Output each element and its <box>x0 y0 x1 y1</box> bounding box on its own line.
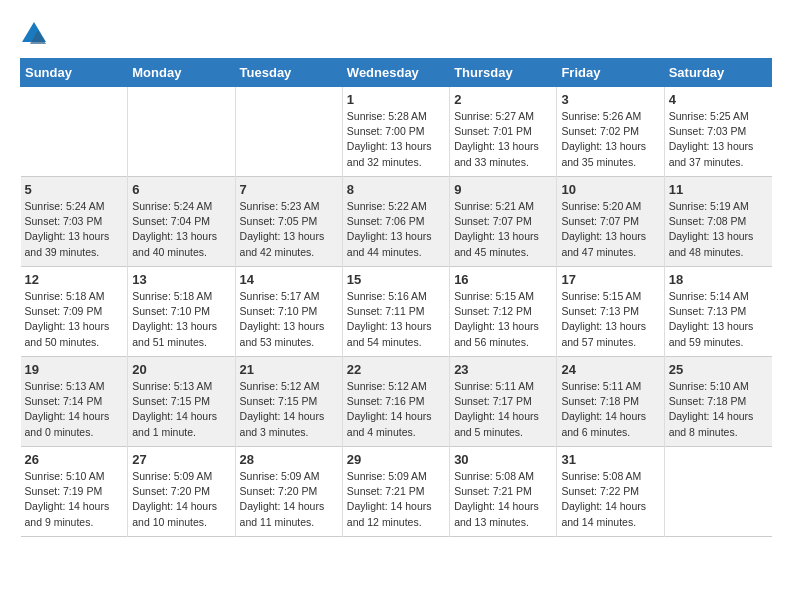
day-number: 17 <box>561 272 659 287</box>
day-info: Sunrise: 5:28 AM Sunset: 7:00 PM Dayligh… <box>347 109 445 170</box>
calendar-cell: 11Sunrise: 5:19 AM Sunset: 7:08 PM Dayli… <box>664 177 771 267</box>
day-number: 21 <box>240 362 338 377</box>
day-number: 16 <box>454 272 552 287</box>
day-info: Sunrise: 5:13 AM Sunset: 7:14 PM Dayligh… <box>25 379 124 440</box>
day-number: 7 <box>240 182 338 197</box>
day-info: Sunrise: 5:15 AM Sunset: 7:12 PM Dayligh… <box>454 289 552 350</box>
calendar-table: SundayMondayTuesdayWednesdayThursdayFrid… <box>20 58 772 537</box>
calendar-cell: 15Sunrise: 5:16 AM Sunset: 7:11 PM Dayli… <box>342 267 449 357</box>
calendar-cell: 21Sunrise: 5:12 AM Sunset: 7:15 PM Dayli… <box>235 357 342 447</box>
calendar-cell: 13Sunrise: 5:18 AM Sunset: 7:10 PM Dayli… <box>128 267 235 357</box>
day-number: 4 <box>669 92 768 107</box>
calendar-cell: 23Sunrise: 5:11 AM Sunset: 7:17 PM Dayli… <box>450 357 557 447</box>
day-number: 13 <box>132 272 230 287</box>
calendar-cell <box>664 447 771 537</box>
day-info: Sunrise: 5:11 AM Sunset: 7:18 PM Dayligh… <box>561 379 659 440</box>
day-number: 11 <box>669 182 768 197</box>
calendar-cell: 31Sunrise: 5:08 AM Sunset: 7:22 PM Dayli… <box>557 447 664 537</box>
day-info: Sunrise: 5:24 AM Sunset: 7:03 PM Dayligh… <box>25 199 124 260</box>
day-info: Sunrise: 5:08 AM Sunset: 7:22 PM Dayligh… <box>561 469 659 530</box>
day-number: 22 <box>347 362 445 377</box>
weekday-header: Sunday <box>21 59 128 87</box>
calendar-cell: 27Sunrise: 5:09 AM Sunset: 7:20 PM Dayli… <box>128 447 235 537</box>
day-info: Sunrise: 5:24 AM Sunset: 7:04 PM Dayligh… <box>132 199 230 260</box>
day-number: 14 <box>240 272 338 287</box>
calendar-cell: 29Sunrise: 5:09 AM Sunset: 7:21 PM Dayli… <box>342 447 449 537</box>
day-number: 2 <box>454 92 552 107</box>
weekday-header: Saturday <box>664 59 771 87</box>
calendar-cell: 24Sunrise: 5:11 AM Sunset: 7:18 PM Dayli… <box>557 357 664 447</box>
day-info: Sunrise: 5:19 AM Sunset: 7:08 PM Dayligh… <box>669 199 768 260</box>
day-number: 27 <box>132 452 230 467</box>
calendar-cell: 17Sunrise: 5:15 AM Sunset: 7:13 PM Dayli… <box>557 267 664 357</box>
calendar-cell: 19Sunrise: 5:13 AM Sunset: 7:14 PM Dayli… <box>21 357 128 447</box>
calendar-cell <box>235 87 342 177</box>
day-number: 29 <box>347 452 445 467</box>
day-info: Sunrise: 5:25 AM Sunset: 7:03 PM Dayligh… <box>669 109 768 170</box>
logo-icon <box>20 20 48 48</box>
weekday-header: Thursday <box>450 59 557 87</box>
calendar-cell: 26Sunrise: 5:10 AM Sunset: 7:19 PM Dayli… <box>21 447 128 537</box>
day-info: Sunrise: 5:09 AM Sunset: 7:20 PM Dayligh… <box>240 469 338 530</box>
calendar-week-row: 19Sunrise: 5:13 AM Sunset: 7:14 PM Dayli… <box>21 357 772 447</box>
calendar-cell: 9Sunrise: 5:21 AM Sunset: 7:07 PM Daylig… <box>450 177 557 267</box>
calendar-week-row: 26Sunrise: 5:10 AM Sunset: 7:19 PM Dayli… <box>21 447 772 537</box>
weekday-header: Tuesday <box>235 59 342 87</box>
day-info: Sunrise: 5:11 AM Sunset: 7:17 PM Dayligh… <box>454 379 552 440</box>
day-number: 18 <box>669 272 768 287</box>
calendar-cell: 14Sunrise: 5:17 AM Sunset: 7:10 PM Dayli… <box>235 267 342 357</box>
day-info: Sunrise: 5:14 AM Sunset: 7:13 PM Dayligh… <box>669 289 768 350</box>
day-number: 23 <box>454 362 552 377</box>
day-number: 19 <box>25 362 124 377</box>
calendar-cell: 28Sunrise: 5:09 AM Sunset: 7:20 PM Dayli… <box>235 447 342 537</box>
day-number: 12 <box>25 272 124 287</box>
calendar-cell: 20Sunrise: 5:13 AM Sunset: 7:15 PM Dayli… <box>128 357 235 447</box>
day-info: Sunrise: 5:09 AM Sunset: 7:21 PM Dayligh… <box>347 469 445 530</box>
day-number: 10 <box>561 182 659 197</box>
day-number: 28 <box>240 452 338 467</box>
calendar-cell: 2Sunrise: 5:27 AM Sunset: 7:01 PM Daylig… <box>450 87 557 177</box>
day-number: 26 <box>25 452 124 467</box>
day-info: Sunrise: 5:16 AM Sunset: 7:11 PM Dayligh… <box>347 289 445 350</box>
day-info: Sunrise: 5:21 AM Sunset: 7:07 PM Dayligh… <box>454 199 552 260</box>
day-number: 25 <box>669 362 768 377</box>
logo <box>20 20 52 48</box>
calendar-cell: 22Sunrise: 5:12 AM Sunset: 7:16 PM Dayli… <box>342 357 449 447</box>
day-info: Sunrise: 5:22 AM Sunset: 7:06 PM Dayligh… <box>347 199 445 260</box>
weekday-header-row: SundayMondayTuesdayWednesdayThursdayFrid… <box>21 59 772 87</box>
calendar-cell: 16Sunrise: 5:15 AM Sunset: 7:12 PM Dayli… <box>450 267 557 357</box>
day-number: 31 <box>561 452 659 467</box>
day-info: Sunrise: 5:26 AM Sunset: 7:02 PM Dayligh… <box>561 109 659 170</box>
day-number: 8 <box>347 182 445 197</box>
day-info: Sunrise: 5:10 AM Sunset: 7:18 PM Dayligh… <box>669 379 768 440</box>
calendar-week-row: 12Sunrise: 5:18 AM Sunset: 7:09 PM Dayli… <box>21 267 772 357</box>
day-number: 30 <box>454 452 552 467</box>
day-info: Sunrise: 5:23 AM Sunset: 7:05 PM Dayligh… <box>240 199 338 260</box>
calendar-cell: 1Sunrise: 5:28 AM Sunset: 7:00 PM Daylig… <box>342 87 449 177</box>
day-info: Sunrise: 5:12 AM Sunset: 7:15 PM Dayligh… <box>240 379 338 440</box>
calendar-cell <box>128 87 235 177</box>
calendar-week-row: 5Sunrise: 5:24 AM Sunset: 7:03 PM Daylig… <box>21 177 772 267</box>
calendar-cell: 7Sunrise: 5:23 AM Sunset: 7:05 PM Daylig… <box>235 177 342 267</box>
calendar-cell: 8Sunrise: 5:22 AM Sunset: 7:06 PM Daylig… <box>342 177 449 267</box>
calendar-cell <box>21 87 128 177</box>
day-number: 1 <box>347 92 445 107</box>
weekday-header: Friday <box>557 59 664 87</box>
day-info: Sunrise: 5:09 AM Sunset: 7:20 PM Dayligh… <box>132 469 230 530</box>
calendar-cell: 4Sunrise: 5:25 AM Sunset: 7:03 PM Daylig… <box>664 87 771 177</box>
day-number: 5 <box>25 182 124 197</box>
page-header <box>20 20 772 48</box>
day-number: 3 <box>561 92 659 107</box>
weekday-header: Monday <box>128 59 235 87</box>
calendar-cell: 5Sunrise: 5:24 AM Sunset: 7:03 PM Daylig… <box>21 177 128 267</box>
day-number: 6 <box>132 182 230 197</box>
calendar-cell: 3Sunrise: 5:26 AM Sunset: 7:02 PM Daylig… <box>557 87 664 177</box>
calendar-cell: 25Sunrise: 5:10 AM Sunset: 7:18 PM Dayli… <box>664 357 771 447</box>
day-info: Sunrise: 5:27 AM Sunset: 7:01 PM Dayligh… <box>454 109 552 170</box>
calendar-cell: 18Sunrise: 5:14 AM Sunset: 7:13 PM Dayli… <box>664 267 771 357</box>
day-info: Sunrise: 5:18 AM Sunset: 7:09 PM Dayligh… <box>25 289 124 350</box>
day-info: Sunrise: 5:18 AM Sunset: 7:10 PM Dayligh… <box>132 289 230 350</box>
day-number: 24 <box>561 362 659 377</box>
day-info: Sunrise: 5:17 AM Sunset: 7:10 PM Dayligh… <box>240 289 338 350</box>
weekday-header: Wednesday <box>342 59 449 87</box>
